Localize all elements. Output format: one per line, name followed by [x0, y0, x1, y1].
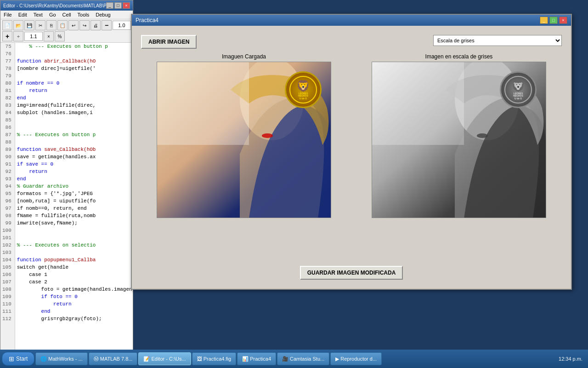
grayscale-image-panel: 🦁 LEONESNEGROSU de G — [356, 62, 562, 253]
dropdown-container: Escala de grises Escala RGB Invertir col… — [433, 35, 562, 46]
windows-icon: ⊞ — [9, 355, 14, 362]
editor-menubar: File Edit Text Go Cell Tools Debug — [0, 11, 133, 19]
toolbar-print-button[interactable]: 🖨 — [90, 20, 101, 30]
taskbar: ⊞ Start 🌐 MathWorks - ... Ⓜ MATLAB 7.8..… — [0, 350, 588, 368]
toolbar-copy-button[interactable]: ⎘ — [46, 20, 57, 30]
taskbar-mathworks-label: MathWorks - ... — [48, 356, 82, 362]
toolbar-new-button[interactable]: 📄 — [2, 20, 12, 30]
clock-time: 12:34 p.m. — [559, 356, 582, 362]
menu-text[interactable]: Text — [32, 12, 44, 18]
editor-maximize-button[interactable]: □ — [114, 2, 122, 9]
taskbar-clock: 12:34 p.m. — [559, 356, 586, 362]
toolbar-zoom-in-button[interactable]: + — [2, 31, 12, 41]
logo-text: LEONESNEGROSU de G — [297, 92, 309, 100]
taskbar-item-practica4[interactable]: 📊 Practica4 — [237, 352, 276, 365]
practica-title: Practica4 — [136, 17, 158, 23]
toolbar-percent-button[interactable]: % — [55, 31, 65, 41]
grayscale-image-logo: 🦁 LEONESNEGROSU de G — [500, 71, 537, 108]
toolbar-save-button[interactable]: 💾 — [24, 20, 34, 30]
toolbar-open-button[interactable]: 📂 — [13, 20, 23, 30]
practica-close-button[interactable]: × — [559, 17, 567, 24]
taskbar-practica4-icon: 📊 — [242, 356, 249, 362]
guardar-imagen-button[interactable]: GUARDAR IMAGEN MODIFICADA — [300, 266, 403, 280]
svg-point-2 — [262, 133, 273, 138]
taskbar-item-practica4fig[interactable]: 🖼 Practica4.fig — [192, 352, 237, 365]
practica-window: Practica4 _ □ × ABRIR IMAGEN Escala de g… — [131, 14, 572, 290]
taskbar-practica4-label: Practica4 — [250, 356, 271, 362]
practica-titlebar: Practica4 _ □ × — [132, 15, 571, 26]
menu-go[interactable]: Go — [48, 12, 57, 18]
menu-edit[interactable]: Edit — [17, 12, 28, 18]
editor-close-button[interactable]: × — [123, 2, 130, 9]
taskbar-matlab-label: MATLAB 7.8... — [100, 356, 133, 362]
practica-titlebar-buttons: _ □ × — [540, 17, 567, 24]
zoom-input[interactable]: 1.0 — [113, 21, 131, 30]
taskbar-camtasia-icon: 🎥 — [282, 356, 288, 362]
taskbar-matlab-icon: Ⓜ — [94, 356, 99, 362]
grayscale-logo-text: LEONESNEGROSU de G — [512, 92, 524, 100]
menu-tools[interactable]: Tools — [76, 12, 91, 18]
toolbar-paste-button[interactable]: 📋 — [57, 20, 68, 30]
editor-titlebar-buttons: _ □ × — [106, 2, 130, 9]
svg-point-6 — [477, 133, 488, 138]
taskbar-practica4fig-icon: 🖼 — [197, 356, 202, 362]
original-image-frame: 🦁 LEONESNEGROSU de G — [157, 62, 331, 218]
taskbar-item-mathworks[interactable]: 🌐 MathWorks - ... — [35, 352, 87, 365]
line-numbers: 7576777879808182838485868788899091929394… — [0, 43, 15, 360]
editor-minimize-button[interactable]: _ — [106, 2, 113, 9]
editor-titlebar: Editor - C:\Users\RcKantny\Documents\MAT… — [0, 0, 133, 11]
taskbar-item-editor[interactable]: 📝 Editor - C:\Us... — [138, 352, 191, 365]
zoom-input2[interactable]: 1.1 — [24, 32, 43, 41]
start-button[interactable]: ⊞ Start — [2, 352, 34, 366]
editor-toolbar: 📄 📂 💾 ✂ ⎘ 📋 ↩ ↪ 🖨 − 1.0 + ÷ 1.1 × % — [0, 19, 133, 43]
menu-debug[interactable]: Debug — [94, 12, 112, 18]
svg-rect-7 — [372, 62, 464, 145]
filter-dropdown[interactable]: Escala de grises Escala RGB Invertir col… — [433, 35, 562, 46]
svg-rect-3 — [157, 62, 249, 145]
editor-window: Editor - C:\Users\RcKantny\Documents\MAT… — [0, 0, 133, 368]
practica-maximize-button[interactable]: □ — [549, 17, 558, 24]
toolbar-undo-button[interactable]: ↩ — [68, 20, 79, 30]
original-image-panel: 🦁 LEONESNEGROSU de G — [141, 62, 347, 253]
taskbar-mathworks-icon: 🌐 — [40, 356, 47, 362]
images-row: 🦁 LEONESNEGROSU de G — [141, 62, 562, 253]
grayscale-image-label: Imagen en escala de grises — [425, 53, 493, 60]
toolbar-cut-button[interactable]: ✂ — [35, 20, 45, 30]
practica-minimize-button[interactable]: _ — [540, 17, 548, 24]
code-lines[interactable]: % --- Executes on button pfunction abrir… — [15, 43, 133, 360]
taskbar-reproductor-label: Reproductor d... — [340, 356, 377, 362]
editor-content[interactable]: 7576777879808182838485868788899091929394… — [0, 43, 133, 360]
taskbar-item-matlab[interactable]: Ⓜ MATLAB 7.8... — [89, 352, 138, 365]
code-area: 7576777879808182838485868788899091929394… — [0, 43, 133, 360]
toolbar-zoom-out-button[interactable]: − — [102, 20, 112, 30]
practica-content: ABRIR IMAGEN Escala de grises Escala RGB… — [132, 26, 571, 289]
taskbar-practica4fig-label: Practica4.fig — [204, 356, 232, 362]
logo-inner: 🦁 LEONESNEGROSU de G — [289, 76, 317, 104]
grayscale-logo-inner: 🦁 LEONESNEGROSU de G — [504, 76, 532, 104]
abrir-imagen-button[interactable]: ABRIR IMAGEN — [141, 35, 197, 49]
lion-icon: 🦁 — [296, 80, 310, 92]
original-image-logo: 🦁 LEONESNEGROSU de G — [285, 71, 322, 108]
toolbar-div-button[interactable]: ÷ — [13, 31, 23, 41]
original-image-label: Imaguen Cargada — [222, 53, 266, 60]
toolbar-close-zoom-button[interactable]: × — [44, 31, 54, 41]
toolbar-redo-button[interactable]: ↪ — [79, 20, 90, 30]
taskbar-reproductor-icon: ▶ — [335, 356, 339, 362]
taskbar-editor-icon: 📝 — [143, 356, 150, 362]
practica-top-row: ABRIR IMAGEN Escala de grises Escala RGB… — [141, 35, 562, 49]
taskbar-item-camtasia[interactable]: 🎥 Camtasia Stu... — [277, 352, 329, 365]
menu-file[interactable]: File — [2, 12, 13, 18]
grayscale-lion-icon: 🦁 — [511, 80, 525, 92]
taskbar-camtasia-label: Camtasia Stu... — [290, 356, 324, 362]
menu-cell[interactable]: Cell — [61, 12, 73, 18]
editor-title: Editor - C:\Users\RcKantny\Documents\MAT… — [3, 3, 106, 8]
start-label: Start — [16, 356, 28, 362]
taskbar-item-reproductor[interactable]: ▶ Reproductor d... — [330, 352, 382, 365]
taskbar-editor-label: Editor - C:\Us... — [151, 356, 186, 362]
grayscale-image-frame: 🦁 LEONESNEGROSU de G — [372, 62, 546, 218]
